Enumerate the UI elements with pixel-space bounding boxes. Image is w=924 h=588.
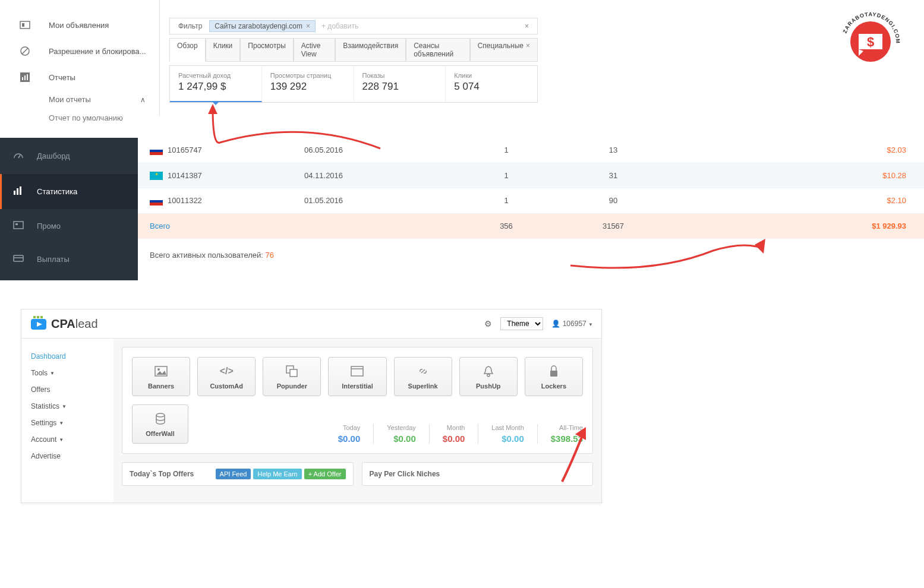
earnings-lastmonth: Last Month$0.00: [491, 424, 524, 444]
sidebar-item-statistics[interactable]: Статистика: [0, 174, 138, 209]
flag-kz-icon: [150, 172, 163, 180]
tool-superlink[interactable]: Superlink: [394, 357, 452, 396]
filter-label: Фильтр: [174, 21, 207, 31]
sidebar-item-settings[interactable]: Settings▼: [29, 415, 106, 431]
sidebar-item-dashboard[interactable]: Дашборд: [0, 138, 138, 174]
svg-point-21: [157, 368, 160, 371]
tool-lockers[interactable]: Lockers: [525, 357, 583, 396]
svg-rect-6: [24, 75, 26, 80]
svg-text:$: $: [867, 34, 874, 49]
play-icon: [30, 315, 49, 332]
image-icon: [135, 363, 187, 379]
sidebar-item-dashboard[interactable]: Dashboard: [29, 348, 106, 365]
svg-point-26: [487, 374, 490, 377]
lock-icon: [528, 363, 580, 379]
svg-rect-5: [22, 77, 23, 80]
sidebar-item-offers[interactable]: Offers: [29, 381, 106, 398]
tab-views[interactable]: Просмотры: [240, 38, 293, 62]
svg-rect-27: [550, 371, 557, 377]
tool-interstitial[interactable]: Interstitial: [328, 357, 386, 396]
sidebar-item-statistics[interactable]: Statistics▼: [29, 398, 106, 415]
close-icon[interactable]: ×: [520, 21, 534, 31]
tab-sessions[interactable]: Сеансы объявлений: [406, 38, 470, 62]
sidebar-item-tools[interactable]: Tools▼: [29, 365, 106, 381]
sidebar-item-advertise[interactable]: Advertise: [29, 448, 106, 464]
tool-popunder[interactable]: Popunder: [263, 357, 321, 396]
stats-table: 10165747 06.05.2016 1 13 $2.03 10141387 …: [138, 138, 924, 239]
metric-revenue[interactable]: Расчетный доход 1 247,99 $: [170, 66, 262, 102]
svg-rect-17: [33, 316, 36, 318]
ad-icon: [18, 18, 32, 32]
svg-line-3: [22, 48, 28, 54]
bell-icon: [462, 363, 515, 379]
link-icon: [397, 363, 449, 379]
help-me-earn-button[interactable]: Help Me Earn: [253, 469, 301, 479]
sidebar-item-my-ads[interactable]: Мои объявления: [18, 12, 157, 38]
sidebar-item-reports[interactable]: Отчеты: [18, 64, 157, 90]
table-row[interactable]: 10141387 04.11.2016 1 31 $10.28: [138, 163, 924, 188]
theme-select[interactable]: Theme: [500, 317, 543, 330]
close-icon[interactable]: ×: [306, 22, 310, 30]
table-row[interactable]: 10165747 06.05.2016 1 13 $2.03: [138, 138, 924, 163]
windows-icon: [266, 363, 318, 379]
metric-pageviews[interactable]: Просмотры страниц 139 292: [262, 66, 354, 102]
card-icon: [13, 255, 26, 264]
block-icon: [18, 44, 32, 58]
flag-ru-icon: [150, 197, 163, 206]
chevron-up-icon: ∧: [140, 96, 146, 104]
sidebar-item-default-report[interactable]: Отчет по умолчанию: [18, 109, 157, 127]
table-row[interactable]: 10011322 01.05.2016 1 90 $2.10: [138, 188, 924, 214]
panel-ppc-niches: Pay Per Click Niches: [362, 462, 594, 486]
svg-line-8: [18, 155, 20, 158]
filter-chip-site[interactable]: Сайты zarabotaydengi.com ×: [209, 20, 316, 32]
svg-rect-23: [290, 369, 297, 377]
tab-interactions[interactable]: Взаимодействия: [335, 38, 406, 62]
svg-rect-9: [14, 191, 15, 195]
bars-icon: [13, 186, 26, 197]
earnings-today: Today$0.00: [338, 424, 361, 444]
active-users-label: Всего активных пользователей: 76: [138, 239, 924, 271]
code-icon: </>: [200, 363, 253, 379]
user-menu[interactable]: 👤 106957 ▼: [551, 320, 593, 328]
svg-rect-24: [351, 366, 363, 376]
add-filter-button[interactable]: + добавить: [316, 21, 364, 31]
flag-ru-icon: [150, 147, 163, 155]
tab-clicks[interactable]: Клики: [206, 38, 241, 62]
svg-rect-12: [14, 222, 23, 229]
svg-rect-19: [40, 316, 43, 318]
metric-clicks[interactable]: Клики 5 074: [446, 66, 537, 102]
svg-point-28: [156, 413, 165, 417]
tool-offerwall[interactable]: OfferWall: [132, 404, 188, 444]
svg-rect-11: [20, 186, 21, 195]
sidebar-item-promo[interactable]: Промо: [0, 209, 138, 243]
sidebar-item-my-reports[interactable]: Мои отчеты ∧: [18, 90, 157, 109]
earnings-month: Month$0.00: [443, 424, 465, 444]
svg-rect-13: [15, 223, 18, 225]
total-row: Всего 356 31567 $1 929.93: [138, 213, 924, 238]
tab-overview[interactable]: Обзор: [169, 38, 206, 62]
sidebar-item-payouts[interactable]: Выплаты: [0, 243, 138, 276]
tool-customad[interactable]: </>CustomAd: [197, 357, 256, 396]
gear-icon[interactable]: ⚙: [484, 319, 492, 328]
chart-icon: [18, 70, 32, 84]
svg-rect-10: [17, 188, 18, 195]
filter-bar: Фильтр Сайты zarabotaydengi.com × + доба…: [169, 18, 538, 34]
panel-top-offers: Today`s Top Offers API Feed Help Me Earn…: [122, 462, 354, 486]
gauge-icon: [13, 150, 26, 162]
sidebar-item-account[interactable]: Account▼: [29, 431, 106, 448]
tool-banners[interactable]: Banners: [132, 357, 190, 396]
close-icon[interactable]: ×: [526, 42, 530, 50]
watermark-logo: $ ZARABOTAYDENGI.COM: [841, 12, 900, 71]
svg-rect-14: [14, 255, 23, 261]
tab-special[interactable]: Специальные×: [470, 38, 538, 62]
metric-impressions[interactable]: Показы 228 791: [354, 66, 446, 102]
svg-rect-0: [20, 21, 30, 29]
api-feed-button[interactable]: API Feed: [216, 469, 251, 479]
database-icon: [135, 411, 185, 426]
add-offer-button[interactable]: + Add Offer: [304, 469, 346, 479]
tab-activeview[interactable]: Active View: [294, 38, 335, 62]
sidebar-item-blocking[interactable]: Разрешение и блокирова...: [18, 38, 157, 64]
tool-pushup[interactable]: PushUp: [459, 357, 518, 396]
cpalead-logo: CPAlead: [30, 315, 484, 332]
svg-rect-18: [37, 316, 39, 318]
